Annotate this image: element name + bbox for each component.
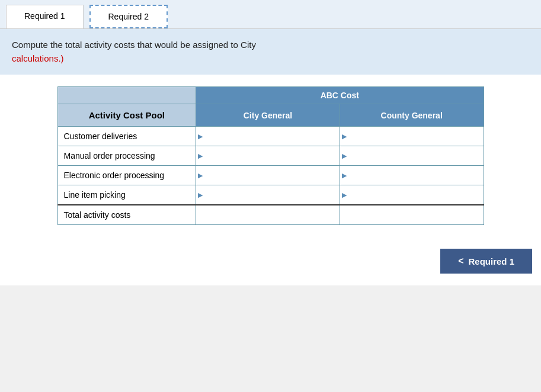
nav-button-label: Required 1 [468, 256, 514, 266]
city-line-item-input[interactable] [196, 187, 340, 203]
county-electronic-order-cell[interactable] [340, 166, 484, 185]
row-label-customer-deliveries: Customer deliveries [57, 127, 196, 146]
county-customer-deliveries-input[interactable] [340, 128, 484, 144]
table-row: Customer deliveries [57, 127, 484, 146]
table-total-row: Total activity costs [57, 205, 484, 225]
county-general-header: County General [340, 104, 484, 127]
chevron-left-icon: < [458, 256, 463, 266]
table-header-row2: Activity Cost Pool City General County G… [57, 104, 484, 127]
row-label-manual-order: Manual order processing [57, 146, 196, 166]
empty-header-cell [57, 87, 196, 104]
county-line-item-input[interactable] [340, 187, 484, 203]
tabs-section: Required 1 Required 2 [0, 0, 541, 29]
city-total-input[interactable] [196, 207, 340, 223]
city-line-item-cell[interactable] [196, 185, 340, 205]
county-customer-deliveries-cell[interactable] [340, 127, 484, 146]
instruction-red-text: calculations.) [12, 53, 64, 63]
page-container: Required 1 Required 2 Compute the total … [0, 0, 541, 285]
tab-required2[interactable]: Required 2 [89, 5, 168, 28]
table-row: Electronic order processing [57, 166, 484, 185]
city-customer-deliveries-input[interactable] [196, 128, 340, 144]
row-label-line-item: Line item picking [57, 185, 196, 205]
bottom-nav: < Required 1 [0, 237, 541, 285]
city-manual-order-cell[interactable] [196, 146, 340, 166]
county-total-input[interactable] [340, 207, 484, 223]
table-row: Manual order processing [57, 146, 484, 166]
required1-nav-button[interactable]: < Required 1 [440, 249, 532, 274]
abc-cost-table: ABC Cost Activity Cost Pool City General… [57, 86, 484, 225]
city-manual-order-input[interactable] [196, 147, 340, 164]
city-electronic-order-cell[interactable] [196, 166, 340, 185]
activity-cost-pool-header: Activity Cost Pool [57, 104, 196, 127]
county-manual-order-input[interactable] [340, 147, 484, 164]
instruction-section: Compute the total activity costs that wo… [0, 29, 541, 75]
row-label-total: Total activity costs [57, 205, 196, 225]
county-total-cell[interactable] [340, 205, 484, 225]
city-general-header: City General [196, 104, 340, 127]
table-section: ABC Cost Activity Cost Pool City General… [0, 75, 541, 237]
city-total-cell[interactable] [196, 205, 340, 225]
city-customer-deliveries-cell[interactable] [196, 127, 340, 146]
instruction-main-text: Compute the total activity costs that wo… [12, 40, 256, 50]
county-manual-order-cell[interactable] [340, 146, 484, 166]
table-header-row1: ABC Cost [57, 87, 484, 104]
county-line-item-cell[interactable] [340, 185, 484, 205]
tab-required2-label: Required 2 [108, 12, 149, 21]
city-electronic-order-input[interactable] [196, 167, 340, 184]
abc-cost-header: ABC Cost [196, 87, 484, 104]
tab-required1[interactable]: Required 1 [6, 5, 84, 28]
table-row: Line item picking [57, 185, 484, 205]
row-label-electronic-order: Electronic order processing [57, 166, 196, 185]
tab-required1-label: Required 1 [24, 11, 65, 21]
county-electronic-order-input[interactable] [340, 167, 484, 184]
